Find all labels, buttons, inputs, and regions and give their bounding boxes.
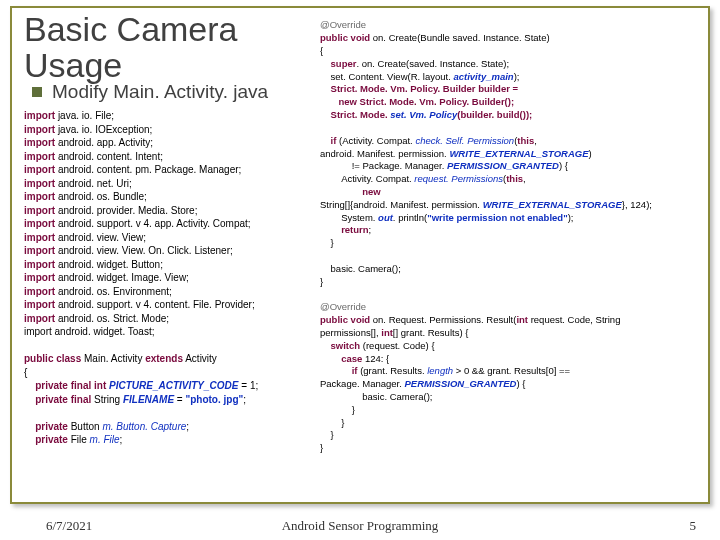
footer: 6/7/2021 Android Sensor Programming 5 bbox=[0, 518, 720, 534]
left-column: import java. io. File; import java. io. … bbox=[24, 109, 314, 455]
bullet-icon bbox=[32, 87, 42, 97]
right-code: @Override public void on. Create(Bundle … bbox=[320, 19, 700, 455]
footer-center: Android Sensor Programming bbox=[0, 518, 720, 534]
slide: Basic Camera Usage Modify Main. Activity… bbox=[0, 0, 720, 540]
right-column: @Override public void on. Create(Bundle … bbox=[320, 19, 700, 455]
subtitle: Modify Main. Activity. java bbox=[52, 81, 268, 103]
left-code: import java. io. File; import java. io. … bbox=[24, 109, 314, 447]
content-box: Basic Camera Usage Modify Main. Activity… bbox=[10, 6, 710, 504]
title-line2: Usage bbox=[24, 46, 122, 84]
title-line1: Basic Camera bbox=[24, 10, 238, 48]
columns: import java. io. File; import java. io. … bbox=[24, 109, 700, 455]
